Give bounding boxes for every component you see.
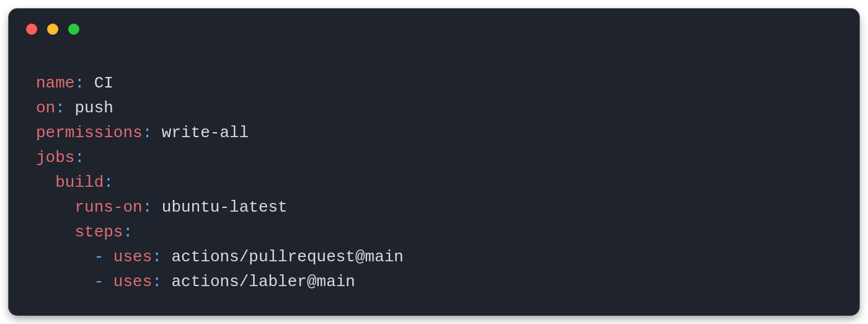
colon: : bbox=[123, 223, 133, 241]
colon: : bbox=[104, 173, 113, 192]
indent bbox=[36, 223, 74, 241]
yaml-key: jobs bbox=[36, 148, 74, 167]
close-icon[interactable] bbox=[26, 24, 37, 35]
yaml-value: actions/labler@main bbox=[171, 272, 355, 291]
yaml-key: permissions bbox=[36, 124, 143, 142]
yaml-key: build bbox=[55, 173, 104, 192]
space bbox=[152, 198, 162, 217]
indent bbox=[36, 173, 55, 192]
terminal-window: name: CI on: push permissions: write-all… bbox=[9, 9, 859, 315]
space bbox=[152, 124, 162, 142]
yaml-value: write-all bbox=[162, 124, 249, 142]
colon: : bbox=[74, 74, 84, 92]
colon: : bbox=[143, 198, 153, 217]
yaml-value: ubuntu-latest bbox=[162, 198, 288, 217]
dash: - bbox=[94, 272, 113, 291]
minimize-icon[interactable] bbox=[47, 24, 58, 35]
colon: : bbox=[74, 148, 84, 167]
colon: : bbox=[152, 248, 162, 266]
indent bbox=[36, 248, 94, 266]
space bbox=[84, 74, 94, 92]
indent bbox=[36, 272, 94, 291]
dash: - bbox=[94, 248, 113, 266]
colon: : bbox=[143, 124, 153, 142]
indent bbox=[36, 198, 74, 217]
yaml-key: uses bbox=[113, 272, 152, 291]
zoom-icon[interactable] bbox=[68, 24, 79, 35]
yaml-key: steps bbox=[74, 223, 123, 241]
space bbox=[162, 272, 172, 291]
colon: : bbox=[152, 272, 162, 291]
window-controls bbox=[26, 24, 79, 35]
space bbox=[65, 99, 75, 117]
colon: : bbox=[55, 99, 65, 117]
yaml-key: on bbox=[36, 99, 55, 117]
space bbox=[162, 248, 172, 266]
yaml-key: uses bbox=[113, 248, 152, 266]
yaml-key: name bbox=[36, 74, 74, 92]
yaml-value: CI bbox=[94, 74, 113, 92]
yaml-value: actions/pullrequest@main bbox=[171, 248, 403, 266]
yaml-value: push bbox=[74, 99, 113, 117]
yaml-key: runs-on bbox=[74, 198, 142, 217]
code-block: name: CI on: push permissions: write-all… bbox=[36, 71, 832, 294]
